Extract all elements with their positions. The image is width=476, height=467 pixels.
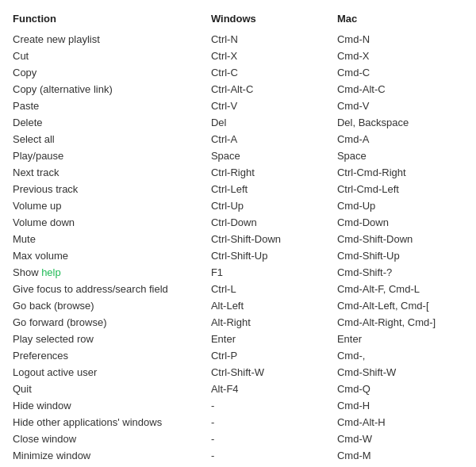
cell-windows: Ctrl-Down <box>211 214 337 231</box>
cell-function: Cut <box>13 48 211 64</box>
cell-mac: Del, Backspace <box>337 114 463 131</box>
cell-function: Minimize window <box>13 447 211 464</box>
cell-function: Max volume <box>13 247 211 264</box>
cell-function: Hide window <box>13 397 211 414</box>
cell-mac: Cmd-Alt-H <box>337 414 463 431</box>
cell-windows: - <box>211 464 337 467</box>
cell-windows: Ctrl-P <box>211 347 337 364</box>
cell-mac: Cmd-Alt-Left, Cmd-[ <box>337 297 463 314</box>
table-row: Close window-Cmd-W <box>13 431 463 447</box>
cell-mac: Cmd-Up <box>337 197 463 214</box>
shortcuts-table: Function Windows Mac Create new playlist… <box>13 10 463 467</box>
cell-windows: Ctrl-C <box>211 64 337 81</box>
cell-function: Copy (alternative link) <box>13 81 211 98</box>
table-row: Play selected rowEnterEnter <box>13 331 463 347</box>
cell-windows: Ctrl-Alt-C <box>211 81 337 98</box>
cell-mac: Cmd-Alt-C <box>337 81 463 98</box>
cell-mac: Cmd-W <box>337 431 463 447</box>
cell-windows: Ctrl-Shift-Down <box>211 231 337 247</box>
cell-mac: Cmd-Alt-Right, Cmd-] <box>337 314 463 331</box>
cell-mac: Cmd-Q <box>337 381 463 397</box>
table-row: Next trackCtrl-RightCtrl-Cmd-Right <box>13 164 463 181</box>
table-row: CutCtrl-XCmd-X <box>13 48 463 64</box>
table-row: DeleteDelDel, Backspace <box>13 114 463 131</box>
cell-windows: Del <box>211 114 337 131</box>
table-row: QuitAlt-F4Cmd-Q <box>13 381 463 397</box>
cell-windows: Ctrl-L <box>211 281 337 297</box>
cell-function: Preferences <box>13 347 211 364</box>
cell-function: Volume up <box>13 197 211 214</box>
cell-windows: Space <box>211 147 337 164</box>
cell-mac: Ctrl-Cmd-Right <box>337 164 463 181</box>
table-row: Logout active userCtrl-Shift-WCmd-Shift-… <box>13 364 463 381</box>
header-mac: Mac <box>337 10 463 31</box>
table-row: Minimize window-Cmd-M <box>13 447 463 464</box>
cell-mac: Cmd-Shift-Up <box>337 247 463 264</box>
table-row: Go back (browse)Alt-LeftCmd-Alt-Left, Cm… <box>13 297 463 314</box>
cell-function: Close window <box>13 431 211 447</box>
cell-windows: - <box>211 447 337 464</box>
cell-windows: Alt-F4 <box>211 381 337 397</box>
cell-mac: Cmd-M <box>337 447 463 464</box>
cell-function: Go forward (browse) <box>13 314 211 331</box>
cell-mac: Cmd-Down <box>337 214 463 231</box>
table-row: Select allCtrl-ACmd-A <box>13 131 463 147</box>
cell-windows: Ctrl-A <box>211 131 337 147</box>
cell-function: Delete <box>13 114 211 131</box>
cell-function: Volume down <box>13 214 211 231</box>
table-row: CopyCtrl-CCmd-C <box>13 64 463 81</box>
table-row: Previous trackCtrl-LeftCtrl-Cmd-Left <box>13 181 463 197</box>
table-row: Create new playlistCtrl-NCmd-N <box>13 31 463 48</box>
cell-windows: Alt-Left <box>211 297 337 314</box>
cell-function: Previous track <box>13 181 211 197</box>
cell-mac: Cmd-A <box>337 131 463 147</box>
cell-windows: Ctrl-Right <box>211 164 337 181</box>
cell-mac: Cmd-X <box>337 48 463 64</box>
table-row: Copy (alternative link)Ctrl-Alt-CCmd-Alt… <box>13 81 463 98</box>
cell-function: Next track <box>13 164 211 181</box>
cell-function: Mute <box>13 231 211 247</box>
table-row: PasteCtrl-VCmd-V <box>13 98 463 114</box>
table-row: PreferencesCtrl-PCmd-, <box>13 347 463 364</box>
cell-function: Copy <box>13 64 211 81</box>
table-row: Hide other applications' windows-Cmd-Alt… <box>13 414 463 431</box>
cell-function: Play/pause <box>13 147 211 164</box>
shortcuts-table-container: Function Windows Mac Create new playlist… <box>0 0 476 467</box>
cell-mac: Cmd-Shift-W <box>337 364 463 381</box>
cell-function: Hide other applications' windows <box>13 414 211 431</box>
cell-windows: Ctrl-X <box>211 48 337 64</box>
cell-function: Select all <box>13 131 211 147</box>
cell-windows: Ctrl-V <box>211 98 337 114</box>
table-row: Play/pauseSpaceSpace <box>13 147 463 164</box>
header-function: Function <box>13 10 211 31</box>
cell-windows: Ctrl-Left <box>211 181 337 197</box>
cell-mac: Enter <box>337 331 463 347</box>
cell-function: Logout active user <box>13 364 211 381</box>
table-row: Give focus to address/search fieldCtrl-L… <box>13 281 463 297</box>
help-link[interactable]: help <box>41 266 61 278</box>
cell-function: Restore window (from hidden state) <box>13 464 211 467</box>
cell-windows: Ctrl-Shift-W <box>211 364 337 381</box>
cell-mac: Ctrl-Cmd-Left <box>337 181 463 197</box>
cell-mac: Cmd-Shift-? <box>337 264 463 281</box>
cell-function: Play selected row <box>13 331 211 347</box>
table-row: Volume downCtrl-DownCmd-Down <box>13 214 463 231</box>
table-row: Go forward (browse)Alt-RightCmd-Alt-Righ… <box>13 314 463 331</box>
table-row: Hide window-Cmd-H <box>13 397 463 414</box>
cell-windows: - <box>211 414 337 431</box>
cell-windows: Ctrl-Up <box>211 197 337 214</box>
cell-mac: Cmd-, <box>337 347 463 364</box>
cell-function: Go back (browse) <box>13 297 211 314</box>
cell-function: Create new playlist <box>13 31 211 48</box>
cell-mac: Space <box>337 147 463 164</box>
cell-function: Quit <box>13 381 211 397</box>
cell-windows: Ctrl-Shift-Up <box>211 247 337 264</box>
cell-windows: Ctrl-N <box>211 31 337 48</box>
cell-function: Show help <box>13 264 211 281</box>
cell-mac: Cmd-C <box>337 64 463 81</box>
cell-mac: Cmd-Alt-1 <box>337 464 463 467</box>
cell-function: Give focus to address/search field <box>13 281 211 297</box>
cell-windows: Alt-Right <box>211 314 337 331</box>
cell-mac: Cmd-V <box>337 98 463 114</box>
table-header-row: Function Windows Mac <box>13 10 463 31</box>
